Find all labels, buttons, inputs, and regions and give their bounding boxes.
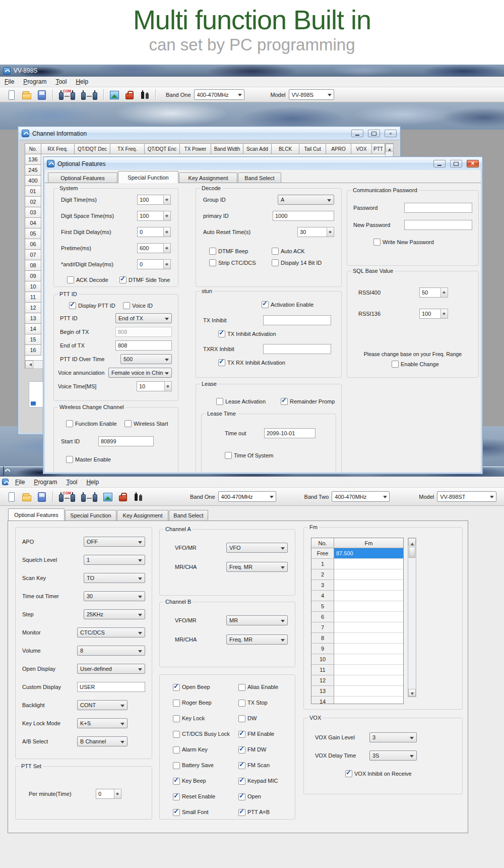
open-checkbox[interactable]: Open [238, 793, 261, 800]
time-out-input[interactable]: 2099-10-01 [264, 428, 316, 438]
spinner-buttons[interactable] [163, 243, 171, 253]
time-of-system-checkbox[interactable]: Time Of System [225, 451, 273, 459]
fm-enable-checkbox[interactable]: FM Enable [238, 730, 274, 738]
key-beep-checkbox[interactable]: Key Beep [173, 777, 206, 785]
group-id-select[interactable]: A [278, 195, 334, 205]
spinner-buttons[interactable] [163, 195, 171, 205]
column-header[interactable]: RX Freq. [41, 144, 75, 154]
column-header[interactable]: Scan Add [243, 144, 272, 154]
squelch-level-select[interactable]: 1 [84, 555, 145, 565]
tab-band-select[interactable]: Band Select [238, 172, 281, 183]
begin-of-tx-input[interactable]: 808 [115, 327, 172, 337]
column-header[interactable]: TX Freq. [110, 144, 145, 154]
column-header[interactable]: QT/DQT Enc [145, 144, 180, 154]
radio-icon[interactable] [133, 491, 144, 503]
per-minute-spinner[interactable]: 0 [96, 789, 121, 799]
tx-stop-checkbox[interactable]: TX Stop [238, 699, 268, 707]
fm-no-cell[interactable]: 14 [311, 697, 334, 704]
row-number-cell[interactable]: 12 [25, 303, 41, 313]
activation-enable-checkbox[interactable]: Activation Enable [262, 301, 313, 308]
dtmf-beep-checkbox[interactable]: DTMF Beep [209, 247, 272, 255]
write-new-password-checkbox[interactable]: Write New Password [373, 238, 434, 246]
row-number-cell[interactable]: 13 [25, 313, 41, 324]
auto-ack-checkbox[interactable]: Auto ACK [272, 247, 305, 255]
row-number-cell[interactable]: 136 [25, 154, 41, 165]
fm-value-cell[interactable] [334, 686, 403, 697]
volume-select[interactable]: 8 [77, 646, 145, 656]
fm-no-cell[interactable]: 1 [311, 559, 334, 569]
function-enable-checkbox[interactable]: Functiom Enable [66, 420, 124, 427]
fm-value-cell[interactable] [334, 665, 403, 675]
maximize-button[interactable] [368, 130, 380, 137]
menu-tool[interactable]: Tool [61, 477, 82, 487]
close-button[interactable] [467, 160, 479, 167]
fm-no-cell[interactable]: 8 [311, 633, 334, 644]
column-header[interactable]: APRO [326, 144, 351, 154]
open-beep-checkbox[interactable]: Open Beep [173, 683, 210, 691]
vox-delay-time-select[interactable]: 3S [369, 750, 417, 761]
new-file-icon[interactable] [6, 491, 17, 503]
reset-enable-checkbox[interactable]: Reset Enable [173, 793, 215, 800]
row-number-cell[interactable]: 01 [25, 186, 41, 197]
menu-program[interactable]: Program [29, 477, 61, 487]
key-lock-checkbox[interactable]: Key Lock [173, 715, 205, 722]
small-font-checkbox[interactable]: Small Font [173, 808, 209, 816]
minimize-button[interactable] [351, 130, 363, 137]
pretime-spinner[interactable]: 600 [137, 243, 171, 253]
column-header[interactable]: No. [25, 144, 41, 154]
fm-value-cell[interactable] [334, 622, 403, 633]
ct-dcs-busy-lock-checkbox[interactable]: CT/DCS Busy Lock [173, 730, 230, 738]
password-input[interactable] [404, 203, 472, 213]
fm-value-cell[interactable] [334, 697, 403, 704]
row-number-cell[interactable]: 07 [25, 250, 41, 260]
ack-decode-checkbox[interactable]: ACK Decode [67, 276, 119, 283]
fm-value-cell[interactable] [334, 580, 403, 591]
menu-file[interactable]: File [0, 77, 19, 87]
remainder-prompt-checkbox[interactable]: Remainder Promp [281, 397, 335, 405]
band-one-select[interactable]: 400-470MHz [194, 89, 244, 100]
column-header[interactable]: Fm [334, 538, 403, 548]
fm-value-cell[interactable] [334, 569, 403, 580]
rssi400-spinner[interactable]: 50 [419, 287, 448, 298]
row-number-cell[interactable]: 16 [25, 345, 41, 356]
fm-value-cell[interactable] [334, 654, 403, 665]
channel-b-mr-cha-select[interactable]: Freq. MR [226, 634, 288, 645]
menu-help[interactable]: Help [82, 477, 103, 487]
column-header[interactable]: Band Width [211, 144, 243, 154]
tab-special-function[interactable]: Special Function [118, 171, 178, 183]
fm-no-cell[interactable]: 9 [311, 644, 334, 654]
spinner-buttons[interactable] [163, 227, 171, 237]
display-14bit-id-checkbox[interactable]: Dispaly 14 Bit ID [272, 259, 322, 266]
fm-value-cell[interactable] [334, 675, 403, 686]
lease-activation-checkbox[interactable]: Lease Activation [216, 397, 281, 405]
scrollbar-left-icon[interactable] [25, 361, 33, 369]
step-select[interactable]: 25KHz [84, 609, 145, 619]
column-header[interactable]: PTT [372, 144, 385, 154]
fm-value-cell[interactable] [334, 591, 403, 601]
txrx-inhibit-activation-checkbox[interactable]: TX RX Inhibit Activation [218, 359, 285, 366]
menu-file[interactable]: File [11, 477, 29, 487]
menu-tool[interactable]: Tool [51, 77, 71, 87]
battery-save-checkbox[interactable]: Battery Save [173, 762, 214, 769]
radio-icon[interactable] [139, 89, 150, 101]
column-header[interactable]: Tail Cut [299, 144, 326, 154]
scrollbar-up-icon[interactable] [408, 538, 416, 546]
model-select[interactable]: VV-898ST [437, 491, 496, 502]
column-header[interactable]: VOX [351, 144, 372, 154]
fm-no-cell[interactable]: 7 [311, 622, 334, 633]
open-file-icon[interactable] [21, 89, 32, 101]
key-lock-mode-select[interactable]: K+S [77, 718, 128, 728]
row-number-cell[interactable]: 03 [25, 207, 41, 218]
fm-no-cell[interactable]: 4 [311, 591, 334, 601]
fm-value-cell[interactable] [334, 601, 403, 612]
voice-annunciation-select[interactable]: Female voice in Chinese [108, 368, 172, 378]
row-number-cell[interactable]: 15 [25, 334, 41, 345]
custom-display-input[interactable]: USER [77, 682, 145, 692]
spinner-buttons[interactable] [440, 287, 448, 298]
fm-value-cell[interactable] [334, 644, 403, 654]
roger-beep-checkbox[interactable]: Roger Beep [173, 699, 212, 707]
new-file-icon[interactable] [6, 89, 17, 101]
row-number-cell[interactable]: 02 [25, 197, 41, 207]
channel-a-mr-cha-select[interactable]: Freq. MR [226, 562, 288, 572]
spinner-buttons[interactable] [163, 259, 171, 269]
